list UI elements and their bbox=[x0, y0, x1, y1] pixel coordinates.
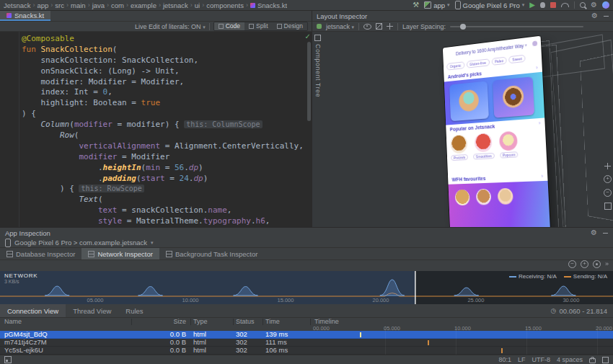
breadcrumb-item[interactable]: src bbox=[55, 1, 64, 9]
3d-mode-icon[interactable] bbox=[376, 23, 382, 30]
cell-status: 302 bbox=[236, 339, 247, 346]
zoom-fit-icon[interactable] bbox=[604, 203, 612, 210]
layout-inspector-view[interactable]: Component Tree Delivery to 1600 Amphithe… bbox=[312, 32, 613, 227]
scrollbar-thumb[interactable] bbox=[307, 42, 311, 121]
breadcrumb-item[interactable]: ui bbox=[195, 1, 200, 9]
network-label: NETWORK bbox=[4, 272, 38, 279]
tab-network-inspector[interactable]: Network Inspector bbox=[81, 248, 159, 259]
network-timeline[interactable]: 05.00010.00015.00020.00025.00030.000 NET… bbox=[0, 271, 613, 304]
column-type[interactable]: Type bbox=[193, 318, 208, 326]
inspection-process-select[interactable]: Google Pixel 6 Pro > com.example.jetsnac… bbox=[0, 238, 613, 248]
tab-thread-view[interactable]: Thread View bbox=[66, 304, 118, 317]
table-row[interactable]: Yc5sL-ejk6U0.0 Bhtml302106 ms bbox=[0, 347, 613, 355]
avatar[interactable] bbox=[602, 1, 609, 9]
tool-window-switcher-icon[interactable] bbox=[4, 356, 12, 363]
status-item[interactable]: 4 spaces bbox=[557, 356, 583, 363]
filter-chip[interactable]: Organic bbox=[446, 61, 464, 70]
process-select[interactable]: jetsnack ▾ bbox=[326, 23, 354, 30]
stop-button[interactable] bbox=[550, 2, 556, 8]
zoom-out-icon[interactable]: − bbox=[604, 189, 612, 197]
snack-card[interactable] bbox=[449, 81, 489, 121]
expand-icon[interactable]: » bbox=[605, 261, 609, 267]
component-tree-tab[interactable]: Component Tree bbox=[313, 35, 322, 97]
cell-name: pGM4sjt_BdQ bbox=[4, 331, 48, 338]
inspection-status-icon[interactable]: ✓ bbox=[305, 32, 311, 40]
zoom-in-icon[interactable]: + bbox=[581, 260, 588, 268]
code-area[interactable]: @Composablefun SnackCollection( snackCol… bbox=[22, 34, 306, 227]
snack-item[interactable]: Smoothies bbox=[472, 133, 495, 173]
code-token: highlight: Boolean = bbox=[22, 98, 141, 107]
editor-scrollbar[interactable] bbox=[306, 32, 312, 227]
search-icon[interactable] bbox=[580, 2, 586, 8]
filter-chip[interactable]: Paleo bbox=[491, 57, 507, 66]
mode-code-button[interactable]: Code bbox=[214, 22, 244, 30]
profiler-icon[interactable] bbox=[561, 3, 569, 7]
code-line: Row( bbox=[22, 130, 306, 141]
layer-spacing-slider[interactable] bbox=[450, 26, 583, 27]
debug-icon[interactable] bbox=[540, 2, 545, 8]
layout-inspector-3d-scene[interactable]: Delivery to 1600 Amphitheater Way ▾ Orga… bbox=[356, 32, 608, 227]
tab-rules[interactable]: Rules bbox=[118, 304, 150, 317]
status-item[interactable]: LF bbox=[518, 356, 526, 363]
breadcrumb-item[interactable]: Jetsnack bbox=[4, 1, 31, 9]
gear-icon[interactable]: ⚙ bbox=[591, 12, 598, 19]
pan-icon[interactable] bbox=[387, 23, 393, 30]
tab-background-task-inspector[interactable]: Background Task Inspector bbox=[159, 248, 264, 259]
column-status[interactable]: Status bbox=[236, 318, 255, 326]
code-line: snackCollection: SnackCollection, bbox=[22, 56, 306, 66]
device-screen[interactable]: Delivery to 1600 Amphitheater Way ▾ Orga… bbox=[443, 36, 552, 227]
table-row[interactable]: m741tj4Cz7M0.0 Bhtml302111 ms bbox=[0, 339, 613, 347]
mode-design-button[interactable]: Design bbox=[273, 22, 307, 30]
slider-thumb[interactable] bbox=[460, 24, 466, 30]
column-divider bbox=[233, 319, 234, 325]
indicator-icon[interactable] bbox=[602, 357, 609, 363]
lock-icon[interactable] bbox=[589, 358, 596, 363]
inspection-process-label: Google Pixel 6 Pro > com.example.jetsnac… bbox=[14, 239, 147, 247]
snack-item[interactable]: Pretzels bbox=[450, 134, 469, 174]
live-edit-toggle[interactable]: Live Edit of literals: ON ▾ bbox=[135, 23, 206, 30]
status-item[interactable]: 80:1 bbox=[498, 356, 511, 363]
device-select[interactable]: Google Pixel 6 Pro ▾ bbox=[455, 1, 525, 9]
snack-item[interactable]: Popcorn bbox=[499, 131, 519, 172]
breadcrumb-item[interactable]: Snacks.kt bbox=[257, 1, 287, 9]
filter-chip[interactable]: Sweet bbox=[508, 55, 525, 64]
view-options-icon[interactable] bbox=[363, 24, 371, 30]
column-time[interactable]: Time bbox=[265, 318, 280, 326]
mode-split-button[interactable]: Split bbox=[244, 22, 273, 30]
breadcrumb-item[interactable]: java bbox=[92, 1, 105, 9]
code-token: ) bbox=[198, 163, 203, 172]
breadcrumb-item[interactable]: jetsnack bbox=[163, 1, 188, 9]
status-item[interactable]: UTF-8 bbox=[532, 356, 550, 363]
breadcrumb-item[interactable]: components bbox=[206, 1, 244, 9]
code-token: Row bbox=[60, 130, 74, 140]
hide-panel-icon[interactable] bbox=[603, 233, 608, 234]
gear-icon[interactable]: ⚙ bbox=[591, 229, 597, 236]
svg-text:05.000: 05.000 bbox=[87, 297, 104, 303]
code-token: = bbox=[165, 174, 180, 183]
run-config-select[interactable]: app ▾ bbox=[424, 1, 449, 9]
code-editor[interactable]: @Composablefun SnackCollection( snackCol… bbox=[0, 32, 312, 227]
cell-time: 139 ms bbox=[265, 331, 288, 338]
hide-panel-icon[interactable] bbox=[604, 16, 609, 17]
zoom-in-icon[interactable]: + bbox=[604, 175, 612, 183]
breadcrumb-item[interactable]: example bbox=[131, 1, 156, 9]
column-divider bbox=[263, 319, 263, 325]
breadcrumb-item[interactable]: main bbox=[71, 1, 86, 9]
zoom-reset-icon[interactable] bbox=[593, 260, 601, 268]
table-row[interactable]: pGM4sjt_BdQ0.0 Bhtml302139 ms bbox=[0, 331, 613, 339]
build-icon[interactable]: ⚒ bbox=[413, 1, 419, 9]
zoom-out-icon[interactable]: − bbox=[568, 260, 576, 268]
breadcrumb-item[interactable]: app bbox=[38, 1, 49, 9]
settings-icon[interactable]: ⚙ bbox=[591, 1, 597, 9]
pan-mode-icon[interactable] bbox=[604, 163, 611, 169]
filter-chip[interactable]: Gluten-free bbox=[466, 58, 489, 68]
editor-tab-snacks[interactable]: Snacks.kt bbox=[0, 11, 50, 21]
tab-database-inspector[interactable]: Database Inspector bbox=[0, 248, 81, 259]
run-button[interactable]: ▶ bbox=[529, 1, 535, 9]
breadcrumb-item[interactable]: com bbox=[111, 1, 124, 9]
column-name[interactable]: Name bbox=[4, 318, 22, 326]
tab-connection-view[interactable]: Connection View bbox=[0, 304, 66, 317]
main-toolbar: Jetsnack›app›src›main›java›com›example›j… bbox=[0, 0, 613, 11]
snack-card[interactable] bbox=[493, 76, 534, 117]
column-size[interactable]: Size bbox=[151, 318, 186, 326]
